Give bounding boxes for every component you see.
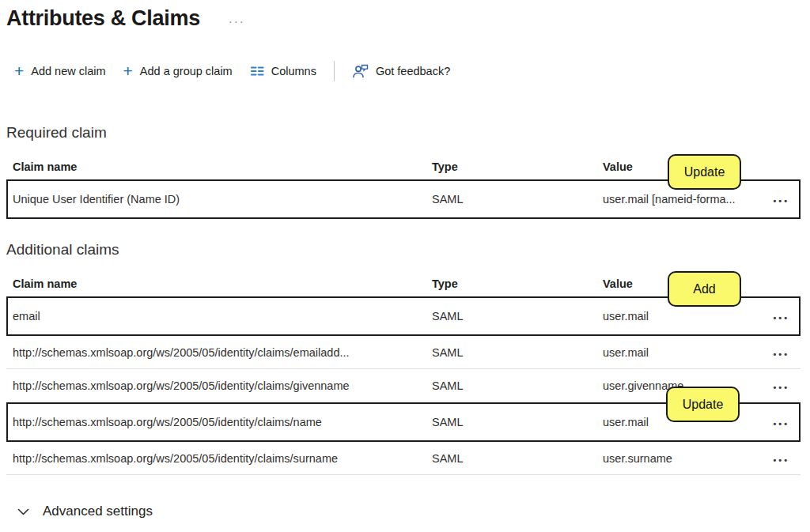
page-header: Attributes & Claims ··· xyxy=(0,0,810,31)
chevron-down-icon xyxy=(17,508,29,515)
attributes-claims-page: Attributes & Claims ··· + Add new claim … xyxy=(0,0,810,532)
claim-row: http://schemas.xmlsoap.org/ws/2005/05/id… xyxy=(6,402,801,442)
columns-button[interactable]: Columns xyxy=(250,65,316,77)
annotation-sticker: Update xyxy=(666,387,740,422)
claim-name-cell[interactable]: email xyxy=(13,310,432,323)
additional-claims-heading: Additional claims xyxy=(6,241,810,258)
claim-name-cell[interactable]: http://schemas.xmlsoap.org/ws/2005/05/id… xyxy=(13,452,432,465)
annotation-sticker: Update xyxy=(668,154,741,190)
more-options-icon[interactable]: ··· xyxy=(229,14,245,28)
row-context-menu-icon[interactable]: ••• xyxy=(773,416,789,428)
claim-name-cell[interactable]: Unique User Identifier (Name ID) xyxy=(13,193,432,206)
claim-value-cell: user.mail xyxy=(603,346,761,359)
plus-icon: + xyxy=(123,64,133,78)
row-context-menu-icon[interactable]: ••• xyxy=(773,452,789,465)
required-claim-table: Claim nameTypeValueUnique User Identifie… xyxy=(6,154,801,219)
row-context-menu-icon[interactable]: ••• xyxy=(773,379,789,392)
add-group-claim-label: Add a group claim xyxy=(140,65,233,77)
page-title: Attributes & Claims xyxy=(6,6,200,31)
claim-type-cell: SAML xyxy=(432,379,603,392)
claim-row: http://schemas.xmlsoap.org/ws/2005/05/id… xyxy=(6,442,801,475)
row-context-menu-icon[interactable]: ••• xyxy=(773,310,789,323)
advanced-settings-label: Advanced settings xyxy=(43,504,153,519)
plus-icon: + xyxy=(14,64,24,78)
claim-name-cell[interactable]: http://schemas.xmlsoap.org/ws/2005/05/id… xyxy=(13,346,432,359)
column-header: Claim name xyxy=(13,160,432,173)
advanced-settings-toggle[interactable]: Advanced settings xyxy=(17,504,810,519)
annotation-sticker: Add xyxy=(668,271,741,307)
claim-name-cell[interactable]: http://schemas.xmlsoap.org/ws/2005/05/id… xyxy=(13,416,432,428)
claim-row: http://schemas.xmlsoap.org/ws/2005/05/id… xyxy=(6,336,801,369)
add-group-claim-button[interactable]: + Add a group claim xyxy=(123,64,233,78)
claim-row: Unique User Identifier (Name ID)SAMLuser… xyxy=(6,179,801,219)
command-bar: + Add new claim + Add a group claim Colu… xyxy=(14,59,810,83)
columns-icon xyxy=(250,66,264,77)
got-feedback-button[interactable]: Got feedback? xyxy=(352,64,450,78)
claim-value-cell: user.mail xyxy=(603,310,761,323)
feedback-icon xyxy=(352,64,369,78)
claim-row: emailSAMLuser.mail•••Add xyxy=(6,296,801,336)
row-context-menu-icon[interactable]: ••• xyxy=(773,193,789,206)
column-header: Type xyxy=(432,277,603,290)
add-new-claim-button[interactable]: + Add new claim xyxy=(14,64,106,78)
claim-type-cell: SAML xyxy=(432,310,603,323)
claim-type-cell: SAML xyxy=(432,346,603,359)
row-context-menu-icon[interactable]: ••• xyxy=(773,346,789,359)
toolbar-divider xyxy=(334,61,335,81)
additional-claims-table: Claim nameTypeValueemailSAMLuser.mail•••… xyxy=(6,271,801,475)
claim-name-cell[interactable]: http://schemas.xmlsoap.org/ws/2005/05/id… xyxy=(13,379,432,392)
column-header: Claim name xyxy=(13,277,432,290)
claim-type-cell: SAML xyxy=(432,193,603,206)
got-feedback-label: Got feedback? xyxy=(376,65,450,77)
claim-type-cell: SAML xyxy=(432,452,603,465)
required-claim-heading: Required claim xyxy=(6,124,810,141)
add-new-claim-label: Add new claim xyxy=(31,65,105,77)
columns-label: Columns xyxy=(271,65,316,77)
column-header: Type xyxy=(432,160,603,173)
claim-value-cell: user.surname xyxy=(603,452,761,465)
claim-type-cell: SAML xyxy=(432,416,603,428)
claim-value-cell: user.mail [nameid-forma... xyxy=(603,193,761,206)
